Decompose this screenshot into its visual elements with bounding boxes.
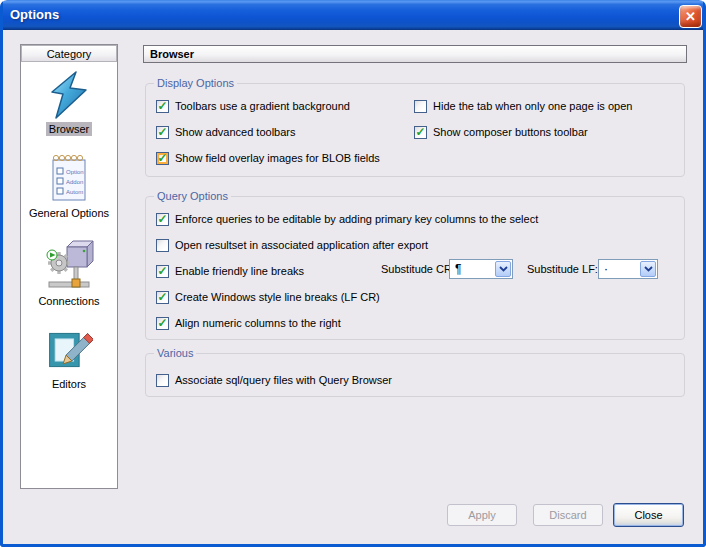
apply-button[interactable]: Apply bbox=[447, 504, 517, 526]
checkbox-open-resultset-after-export[interactable]: Open resultset in associated application… bbox=[156, 238, 428, 252]
checkbox-align-numeric-right[interactable]: ✓ Align numeric columns to the right bbox=[156, 316, 341, 330]
checkbox[interactable]: ✓ bbox=[156, 100, 169, 113]
sidebar-item-label: Editors bbox=[49, 377, 89, 391]
checkbox-label: Show field overlay images for BLOB field… bbox=[175, 152, 380, 164]
svg-text:Option: Option bbox=[66, 169, 84, 175]
sidebar-item-browser[interactable]: Browser bbox=[46, 71, 92, 136]
checkbox-associate-sql-files[interactable]: Associate sql/query files with Query Bro… bbox=[156, 373, 392, 387]
checkbox[interactable]: ✓ bbox=[156, 126, 169, 139]
checkbox-blob-field-overlay[interactable]: ✓ Show field overlay images for BLOB fie… bbox=[156, 151, 380, 165]
notepad-icon: Option Addon Autom bbox=[46, 151, 92, 203]
lightning-bolt-icon bbox=[47, 71, 91, 119]
checkmark-icon: ✓ bbox=[157, 317, 167, 329]
svg-text:Addon: Addon bbox=[66, 179, 83, 185]
sidebar-item-label: Browser bbox=[46, 122, 92, 136]
page-title: Browser bbox=[143, 45, 687, 63]
checkmark-icon: ✓ bbox=[157, 152, 167, 164]
window-title: Options bbox=[10, 7, 59, 22]
checkbox[interactable]: ✓ bbox=[156, 265, 169, 278]
checkmark-icon: ✓ bbox=[157, 100, 167, 112]
checkbox[interactable] bbox=[414, 100, 427, 113]
title-bar: Options ✕ bbox=[0, 0, 706, 30]
group-display-options: Display Options ✓ Toolbars use a gradien… bbox=[145, 83, 685, 177]
checkbox-label: Enforce queries to be editable by adding… bbox=[175, 213, 538, 225]
group-title: Display Options bbox=[154, 77, 237, 89]
checkbox-friendly-line-breaks[interactable]: ✓ Enable friendly line breaks bbox=[156, 264, 304, 278]
checkbox-label: Show composer buttons toolbar bbox=[433, 126, 588, 138]
sidebar-item-label: General Options bbox=[26, 206, 112, 220]
chevron-down-icon bbox=[644, 266, 653, 272]
checkmark-icon: ✓ bbox=[157, 126, 167, 138]
checkbox-label: Align numeric columns to the right bbox=[175, 317, 341, 329]
checkbox[interactable]: ✓ bbox=[156, 152, 169, 165]
checkbox-label: Create Windows style line breaks (LF CR) bbox=[175, 291, 380, 303]
checkbox[interactable] bbox=[156, 239, 169, 252]
group-title: Query Options bbox=[154, 190, 231, 202]
substitute-cr-label: Substitude CR: bbox=[381, 263, 455, 275]
substitute-cr-value: ¶ bbox=[450, 260, 494, 278]
group-query-options: Query Options ✓ Enforce queries to be ed… bbox=[145, 196, 685, 340]
substitute-cr-combobox[interactable]: ¶ bbox=[449, 259, 513, 279]
sidebar-item-connections[interactable]: Connections bbox=[35, 237, 102, 308]
sidebar-item-label: Connections bbox=[35, 294, 102, 308]
checkbox-enforce-editable-queries[interactable]: ✓ Enforce queries to be editable by addi… bbox=[156, 212, 538, 226]
combo-dropdown-button[interactable] bbox=[640, 261, 656, 277]
discard-button[interactable]: Discard bbox=[533, 504, 603, 526]
titlebar-close-button[interactable]: ✕ bbox=[679, 5, 702, 28]
options-dialog: Options ✕ Category Browser bbox=[0, 0, 706, 547]
checkbox[interactable]: ✓ bbox=[414, 126, 427, 139]
checkmark-icon: ✓ bbox=[157, 291, 167, 303]
combo-dropdown-button[interactable] bbox=[495, 261, 511, 277]
checkmark-icon: ✓ bbox=[157, 213, 167, 225]
category-sidebar: Category Browser bbox=[20, 44, 118, 489]
checkbox[interactable]: ✓ bbox=[156, 291, 169, 304]
checkbox[interactable]: ✓ bbox=[156, 213, 169, 226]
checkbox-label: Associate sql/query files with Query Bro… bbox=[175, 374, 392, 386]
category-header: Category bbox=[21, 45, 117, 62]
checkbox-toolbars-gradient[interactable]: ✓ Toolbars use a gradient background bbox=[156, 99, 350, 113]
chevron-down-icon bbox=[499, 266, 508, 272]
sidebar-item-general-options[interactable]: Option Addon Autom General Options bbox=[26, 151, 112, 220]
close-icon: ✕ bbox=[685, 10, 696, 23]
checkbox-label: Toolbars use a gradient background bbox=[175, 100, 350, 112]
svg-text:Autom: Autom bbox=[66, 189, 83, 195]
checkbox-label: Open resultset in associated application… bbox=[175, 239, 428, 251]
checkbox-hide-tab-single-page[interactable]: Hide the tab when only one page is open bbox=[414, 99, 632, 113]
frame-pencil-icon bbox=[45, 326, 93, 374]
checkbox[interactable] bbox=[156, 374, 169, 387]
sidebar-item-editors[interactable]: Editors bbox=[45, 326, 93, 391]
checkbox-label: Show advanced toolbars bbox=[175, 126, 295, 138]
checkbox[interactable]: ✓ bbox=[156, 317, 169, 330]
substitute-lf-value: · bbox=[599, 260, 639, 278]
checkbox-label: Hide the tab when only one page is open bbox=[433, 100, 632, 112]
group-various: Various Associate sql/query files with Q… bbox=[145, 353, 685, 397]
checkmark-icon: ✓ bbox=[157, 265, 167, 277]
substitute-lf-label: Substitude LF: bbox=[527, 263, 598, 275]
close-button[interactable]: Close bbox=[613, 503, 684, 527]
substitute-lf-combobox[interactable]: · bbox=[598, 259, 658, 279]
checkbox-windows-line-breaks[interactable]: ✓ Create Windows style line breaks (LF C… bbox=[156, 290, 380, 304]
checkbox-composer-buttons-toolbar[interactable]: ✓ Show composer buttons toolbar bbox=[414, 125, 588, 139]
checkbox-label: Enable friendly line breaks bbox=[175, 265, 304, 277]
server-gear-network-icon bbox=[43, 237, 95, 291]
checkbox-show-advanced-toolbars[interactable]: ✓ Show advanced toolbars bbox=[156, 125, 295, 139]
checkmark-icon: ✓ bbox=[415, 126, 425, 138]
group-title: Various bbox=[154, 347, 196, 359]
